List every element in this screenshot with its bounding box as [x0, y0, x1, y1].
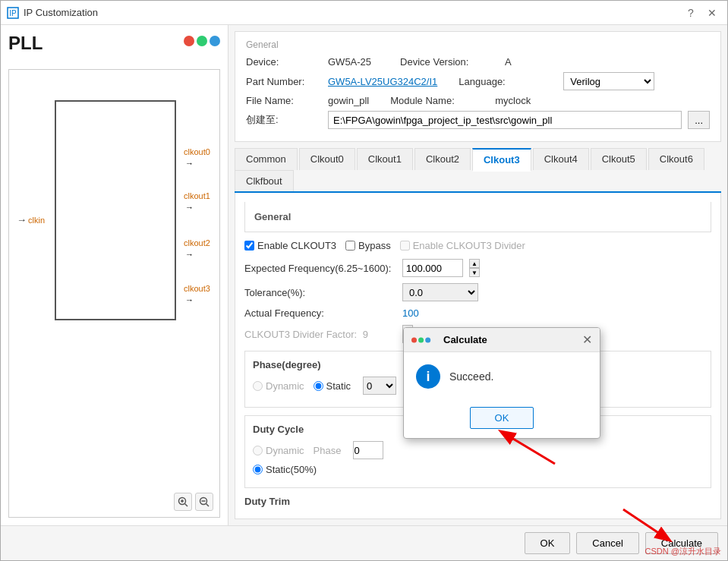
- tab-clkout0[interactable]: Clkout0: [299, 148, 355, 170]
- tab-clkout6[interactable]: Clkout6: [648, 148, 704, 170]
- file-name-value: gowin_pll: [328, 95, 369, 106]
- file-name-label: File Name:: [246, 95, 322, 106]
- window-title: IP Customization: [24, 7, 682, 18]
- actual-freq-row: Actual Frequency: 100: [244, 307, 711, 319]
- bypass-label[interactable]: Bypass: [345, 240, 391, 251]
- bypass-checkbox[interactable]: [345, 241, 355, 251]
- phase-dynamic-radio[interactable]: [253, 381, 263, 391]
- create-at-label: 创建至:: [246, 113, 322, 127]
- path-input[interactable]: [328, 111, 682, 129]
- tab-clkfbout[interactable]: Clkfbout: [235, 170, 294, 191]
- clkout3-group: clkout3 →: [184, 282, 219, 305]
- clkout2-group: clkout2 →: [184, 237, 219, 260]
- main-content: PLL → clkin clkout0 →: [1, 25, 727, 525]
- duty-static-label[interactable]: Static(50%): [253, 464, 317, 475]
- tab-clkout1[interactable]: Clkout1: [357, 148, 413, 170]
- duty-phase-label: Phase: [314, 445, 342, 456]
- phase-static-label[interactable]: Static: [314, 380, 351, 392]
- ok-footer-button[interactable]: OK: [525, 532, 571, 554]
- divider-label: CLKOUT3 Divider Factor: 9: [244, 329, 396, 340]
- dialog-body: i Succeed.: [404, 352, 600, 401]
- phase-dynamic-text: Dynamic: [266, 380, 304, 392]
- part-number-value: GW5A-LV25UG324C2/I1: [328, 76, 437, 87]
- expected-freq-input[interactable]: [402, 259, 463, 277]
- tolerance-label: Tolerance(%):: [244, 287, 396, 298]
- enable-divider-text: Enable CLKOUT3 Divider: [413, 240, 525, 251]
- app-icon: IP: [7, 7, 19, 19]
- enable-divider-checkbox[interactable]: [400, 241, 410, 251]
- tolerance-select[interactable]: 0.0 0.5 1.0: [402, 283, 478, 301]
- enable-divider-label[interactable]: Enable CLKOUT3 Divider: [400, 240, 525, 251]
- dialog-ok-button[interactable]: OK: [470, 407, 534, 429]
- diagram-area: → clkin clkout0 → clkout1 → clkout2 →: [8, 69, 220, 518]
- browse-button[interactable]: ...: [688, 111, 710, 129]
- tabs-bar: Common Clkout0 Clkout1 Clkout2 Clkout3 C…: [235, 148, 721, 193]
- clkout2-label: clkout2: [184, 238, 210, 247]
- tab-clkout5[interactable]: Clkout5: [591, 148, 647, 170]
- title-bar: IP IP Customization ? ✕: [1, 1, 727, 25]
- watermark: CSDN @涼升水目录: [645, 546, 721, 557]
- duty-trim-section: Duty Trim: [244, 496, 711, 507]
- svg-line-7: [206, 504, 210, 507]
- duty-static-text: Static(50%): [266, 464, 317, 475]
- dialog-title: Calculate: [411, 334, 487, 345]
- part-number-row: Part Number: GW5A-LV25UG324C2/I1 Languag…: [246, 72, 710, 90]
- tolerance-row: Tolerance(%): 0.0 0.5 1.0: [244, 283, 711, 301]
- phase-static-radio[interactable]: [314, 381, 323, 391]
- duty-dynamic-radio[interactable]: [253, 446, 263, 455]
- svg-line-3: [185, 504, 188, 507]
- device-value: GW5A-25: [328, 56, 371, 68]
- phase-value-select[interactable]: 0 45 90 135: [363, 377, 396, 395]
- dialog-close-button[interactable]: ✕: [582, 333, 592, 347]
- duty-dynamic-row: Dynamic Phase: [253, 441, 703, 459]
- enable-clkout3-label[interactable]: Enable CLKOUT3: [244, 240, 336, 251]
- bypass-text: Bypass: [358, 240, 391, 251]
- zoom-in-button[interactable]: [174, 493, 192, 511]
- freq-up-btn[interactable]: ▲: [469, 259, 480, 268]
- actual-freq-label: Actual Frequency:: [244, 307, 396, 319]
- left-panel: PLL → clkin clkout0 →: [1, 25, 228, 525]
- duty-dynamic-text: Dynamic: [266, 445, 304, 456]
- window-controls: ? ✕: [682, 4, 721, 22]
- cancel-footer-button[interactable]: Cancel: [576, 532, 638, 554]
- tab-clkout2[interactable]: Clkout2: [414, 148, 471, 170]
- part-number-label: Part Number:: [246, 76, 322, 87]
- phase-static-text: Static: [326, 380, 351, 392]
- enable-clkout3-checkbox[interactable]: [244, 241, 254, 251]
- duty-trim-title: Duty Trim: [244, 496, 711, 507]
- help-button[interactable]: ?: [682, 4, 700, 22]
- duty-static-row: Static(50%): [253, 464, 703, 475]
- zoom-out-button[interactable]: [195, 493, 213, 511]
- footer-buttons: OK Cancel Calculate: [1, 525, 727, 560]
- enable-row: Enable CLKOUT3 Bypass Enable CLKOUT3 Div…: [244, 240, 711, 251]
- tab-common[interactable]: Common: [235, 148, 298, 170]
- duty-dynamic-label[interactable]: Dynamic: [253, 445, 304, 456]
- tab-clkout3[interactable]: Clkout3: [472, 148, 531, 172]
- dialog-message: Succeed.: [449, 370, 493, 383]
- file-name-row: File Name: gowin_pll Module Name: mycloc…: [246, 95, 710, 106]
- duty-phase-text: Phase: [314, 445, 342, 456]
- general-section-title: General: [246, 39, 710, 50]
- clkin-label: clkin: [28, 216, 45, 225]
- svg-text:IP: IP: [9, 9, 17, 17]
- duty-static-radio[interactable]: [253, 465, 263, 474]
- clkout1-group: clkout1 →: [184, 190, 219, 213]
- tab-clkout4[interactable]: Clkout4: [533, 148, 589, 170]
- general-info-section: General Device: GW5A-25 Device Version: …: [235, 31, 721, 142]
- device-row: Device: GW5A-25 Device Version: A: [246, 56, 710, 68]
- dialog-title-bar: Calculate ✕: [404, 328, 600, 352]
- duty-phase-input[interactable]: [353, 441, 383, 459]
- freq-down-btn[interactable]: ▼: [469, 268, 480, 277]
- clkout0-label: clkout0: [184, 147, 210, 156]
- create-at-row: 创建至: ...: [246, 111, 710, 129]
- language-select[interactable]: Verilog VHDL: [563, 72, 654, 90]
- close-button[interactable]: ✕: [703, 4, 721, 22]
- actual-freq-value: 100: [402, 307, 419, 319]
- expected-freq-row: Expected Frequency(6.25~1600): ▲ ▼: [244, 259, 711, 277]
- dialog-icon: [411, 337, 430, 342]
- device-version-label: Device Version:: [400, 56, 499, 68]
- phase-dynamic-label[interactable]: Dynamic: [253, 380, 304, 392]
- pll-diagram-box: [55, 100, 176, 320]
- clkout3-label: clkout3: [184, 284, 210, 293]
- calculate-dialog: Calculate ✕ i Succeed. OK: [403, 327, 600, 439]
